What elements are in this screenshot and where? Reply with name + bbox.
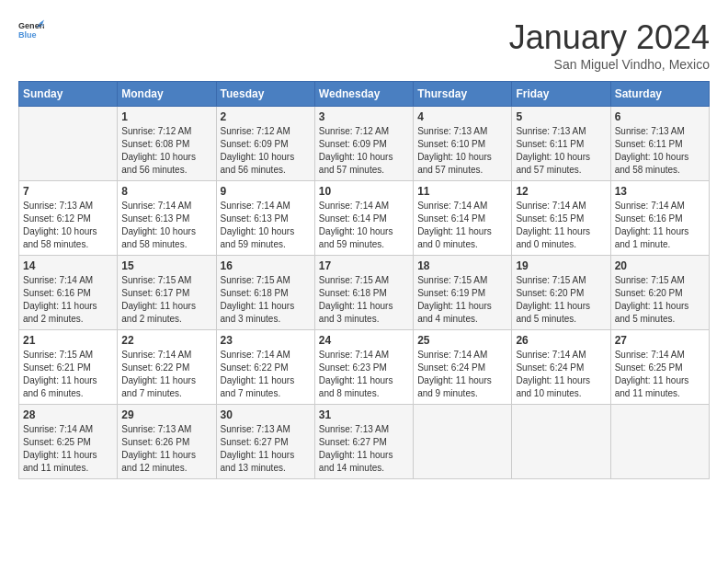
day-number: 28: [23, 408, 113, 421]
calendar-cell: 25Sunrise: 7:14 AM Sunset: 6:24 PM Dayli…: [414, 330, 512, 405]
month-title: January 2024: [509, 18, 710, 57]
day-info: Sunrise: 7:15 AM Sunset: 6:20 PM Dayligh…: [615, 274, 705, 326]
day-number: 29: [121, 408, 211, 421]
day-info: Sunrise: 7:14 AM Sunset: 6:22 PM Dayligh…: [221, 349, 311, 400]
logo: General Blue: [18, 18, 44, 44]
calendar-cell: 30Sunrise: 7:13 AM Sunset: 6:27 PM Dayli…: [216, 405, 314, 479]
day-number: 9: [221, 185, 311, 198]
day-number: 3: [319, 110, 409, 123]
day-info: Sunrise: 7:13 AM Sunset: 6:11 PM Dayligh…: [516, 125, 606, 177]
day-info: Sunrise: 7:13 AM Sunset: 6:12 PM Dayligh…: [23, 200, 113, 251]
calendar-cell: 15Sunrise: 7:15 AM Sunset: 6:17 PM Dayli…: [118, 256, 216, 330]
calendar-cell: 21Sunrise: 7:15 AM Sunset: 6:21 PM Dayli…: [19, 330, 118, 405]
calendar-cell: 14Sunrise: 7:14 AM Sunset: 6:16 PM Dayli…: [19, 256, 118, 330]
calendar-cell: 11Sunrise: 7:14 AM Sunset: 6:14 PM Dayli…: [414, 181, 512, 256]
calendar-cell: [610, 405, 709, 479]
day-number: 7: [23, 185, 113, 198]
day-number: 18: [417, 259, 507, 272]
day-info: Sunrise: 7:14 AM Sunset: 6:24 PM Dayligh…: [516, 349, 606, 400]
day-info: Sunrise: 7:15 AM Sunset: 6:18 PM Dayligh…: [221, 274, 311, 326]
day-number: 21: [23, 334, 113, 347]
day-info: Sunrise: 7:14 AM Sunset: 6:14 PM Dayligh…: [417, 200, 507, 251]
calendar-cell: 6Sunrise: 7:13 AM Sunset: 6:11 PM Daylig…: [610, 107, 709, 181]
calendar-cell: 23Sunrise: 7:14 AM Sunset: 6:22 PM Dayli…: [216, 330, 314, 405]
weekday-header: Saturday: [610, 82, 709, 107]
day-number: 5: [516, 110, 606, 123]
day-number: 30: [221, 408, 311, 421]
day-number: 16: [221, 259, 311, 272]
day-number: 31: [319, 408, 409, 421]
calendar-cell: 20Sunrise: 7:15 AM Sunset: 6:20 PM Dayli…: [610, 256, 709, 330]
day-number: 19: [516, 259, 606, 272]
calendar-cell: 24Sunrise: 7:14 AM Sunset: 6:23 PM Dayli…: [314, 330, 413, 405]
day-number: 15: [121, 259, 211, 272]
day-number: 2: [221, 110, 311, 123]
day-number: 4: [417, 110, 507, 123]
calendar-cell: 27Sunrise: 7:14 AM Sunset: 6:25 PM Dayli…: [610, 330, 709, 405]
calendar-cell: 16Sunrise: 7:15 AM Sunset: 6:18 PM Dayli…: [216, 256, 314, 330]
day-number: 13: [615, 185, 705, 198]
day-info: Sunrise: 7:15 AM Sunset: 6:20 PM Dayligh…: [516, 274, 606, 326]
calendar-cell: 3Sunrise: 7:12 AM Sunset: 6:09 PM Daylig…: [314, 107, 413, 181]
day-number: 27: [615, 334, 705, 347]
day-info: Sunrise: 7:14 AM Sunset: 6:25 PM Dayligh…: [615, 349, 705, 400]
day-info: Sunrise: 7:14 AM Sunset: 6:14 PM Dayligh…: [319, 200, 409, 251]
calendar-cell: 28Sunrise: 7:14 AM Sunset: 6:25 PM Dayli…: [19, 405, 118, 479]
calendar-cell: 12Sunrise: 7:14 AM Sunset: 6:15 PM Dayli…: [512, 181, 610, 256]
calendar-cell: 31Sunrise: 7:13 AM Sunset: 6:27 PM Dayli…: [314, 405, 413, 479]
day-info: Sunrise: 7:15 AM Sunset: 6:17 PM Dayligh…: [121, 274, 211, 326]
calendar-cell: 4Sunrise: 7:13 AM Sunset: 6:10 PM Daylig…: [414, 107, 512, 181]
weekday-header-row: SundayMondayTuesdayWednesdayThursdayFrid…: [19, 82, 710, 107]
weekday-header: Friday: [512, 82, 610, 107]
day-info: Sunrise: 7:12 AM Sunset: 6:09 PM Dayligh…: [221, 125, 311, 177]
calendar-week-row: 21Sunrise: 7:15 AM Sunset: 6:21 PM Dayli…: [19, 330, 710, 405]
location-subtitle: San Miguel Vindho, Mexico: [509, 57, 710, 72]
calendar-week-row: 7Sunrise: 7:13 AM Sunset: 6:12 PM Daylig…: [19, 181, 710, 256]
calendar-cell: 13Sunrise: 7:14 AM Sunset: 6:16 PM Dayli…: [610, 181, 709, 256]
calendar-cell: 18Sunrise: 7:15 AM Sunset: 6:19 PM Dayli…: [414, 256, 512, 330]
day-info: Sunrise: 7:15 AM Sunset: 6:21 PM Dayligh…: [23, 349, 113, 400]
day-info: Sunrise: 7:13 AM Sunset: 6:11 PM Dayligh…: [615, 125, 705, 177]
day-info: Sunrise: 7:14 AM Sunset: 6:15 PM Dayligh…: [516, 200, 606, 251]
calendar-cell: 8Sunrise: 7:14 AM Sunset: 6:13 PM Daylig…: [118, 181, 216, 256]
weekday-header: Sunday: [19, 82, 118, 107]
weekday-header: Monday: [118, 82, 216, 107]
calendar-cell: 7Sunrise: 7:13 AM Sunset: 6:12 PM Daylig…: [19, 181, 118, 256]
calendar-cell: 5Sunrise: 7:13 AM Sunset: 6:11 PM Daylig…: [512, 107, 610, 181]
day-info: Sunrise: 7:14 AM Sunset: 6:25 PM Dayligh…: [23, 423, 113, 475]
calendar-cell: 29Sunrise: 7:13 AM Sunset: 6:26 PM Dayli…: [118, 405, 216, 479]
day-info: Sunrise: 7:13 AM Sunset: 6:27 PM Dayligh…: [319, 423, 409, 475]
day-info: Sunrise: 7:14 AM Sunset: 6:16 PM Dayligh…: [615, 200, 705, 251]
weekday-header: Wednesday: [314, 82, 413, 107]
day-number: 17: [319, 259, 409, 272]
day-number: 10: [319, 185, 409, 198]
day-info: Sunrise: 7:15 AM Sunset: 6:19 PM Dayligh…: [417, 274, 507, 326]
calendar-cell: [19, 107, 118, 181]
calendar-cell: 19Sunrise: 7:15 AM Sunset: 6:20 PM Dayli…: [512, 256, 610, 330]
day-info: Sunrise: 7:14 AM Sunset: 6:13 PM Dayligh…: [221, 200, 311, 251]
calendar-week-row: 1Sunrise: 7:12 AM Sunset: 6:08 PM Daylig…: [19, 107, 710, 181]
day-info: Sunrise: 7:12 AM Sunset: 6:09 PM Dayligh…: [319, 125, 409, 177]
day-info: Sunrise: 7:14 AM Sunset: 6:13 PM Dayligh…: [121, 200, 211, 251]
day-number: 22: [121, 334, 211, 347]
day-number: 6: [615, 110, 705, 123]
day-number: 23: [221, 334, 311, 347]
calendar-week-row: 14Sunrise: 7:14 AM Sunset: 6:16 PM Dayli…: [19, 256, 710, 330]
day-info: Sunrise: 7:12 AM Sunset: 6:08 PM Dayligh…: [121, 125, 211, 177]
calendar-cell: 22Sunrise: 7:14 AM Sunset: 6:22 PM Dayli…: [118, 330, 216, 405]
logo-bird-icon: General Blue: [18, 18, 44, 44]
day-number: 11: [417, 185, 507, 198]
day-number: 20: [615, 259, 705, 272]
day-number: 8: [121, 185, 211, 198]
calendar-cell: 26Sunrise: 7:14 AM Sunset: 6:24 PM Dayli…: [512, 330, 610, 405]
day-info: Sunrise: 7:13 AM Sunset: 6:26 PM Dayligh…: [121, 423, 211, 475]
day-number: 14: [23, 259, 113, 272]
weekday-header: Thursday: [414, 82, 512, 107]
page-header: General Blue January 2024 San Miguel Vin…: [18, 18, 710, 72]
calendar-cell: 10Sunrise: 7:14 AM Sunset: 6:14 PM Dayli…: [314, 181, 413, 256]
day-number: 24: [319, 334, 409, 347]
svg-text:Blue: Blue: [18, 30, 37, 40]
calendar-cell: 9Sunrise: 7:14 AM Sunset: 6:13 PM Daylig…: [216, 181, 314, 256]
day-info: Sunrise: 7:13 AM Sunset: 6:10 PM Dayligh…: [417, 125, 507, 177]
weekday-header: Tuesday: [216, 82, 314, 107]
